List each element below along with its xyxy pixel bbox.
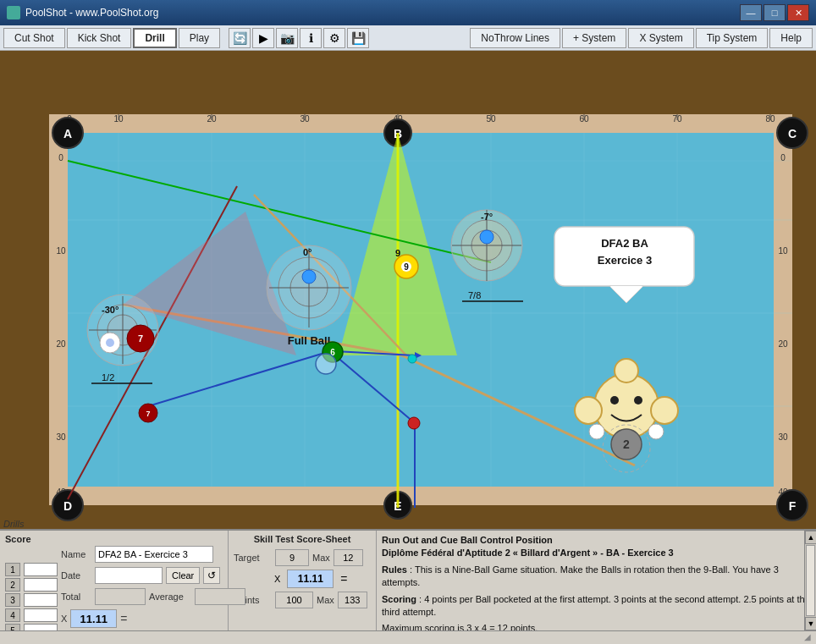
- skill-target-input[interactable]: [275, 549, 309, 566]
- svg-text:DFA2 BA: DFA2 BA: [601, 237, 648, 250]
- skill-max-input[interactable]: [334, 549, 363, 566]
- skill-points-input[interactable]: [275, 592, 313, 608]
- tip-system-button[interactable]: Tip System: [696, 28, 769, 48]
- icon-btn-1[interactable]: 🔄: [229, 28, 251, 48]
- eq-label: =: [120, 612, 127, 625]
- score-field-1[interactable]: [24, 563, 58, 576]
- svg-text:0: 0: [58, 153, 63, 162]
- svg-point-106: [408, 417, 420, 429]
- svg-text:7: 7: [138, 333, 143, 344]
- score-field-3[interactable]: [24, 593, 58, 607]
- score-row-3: 3: [5, 593, 20, 607]
- svg-rect-5: [774, 114, 792, 505]
- desc-subtitle: Diplôme Fédéral d'Aptitude 2 « Billard d…: [382, 548, 674, 558]
- maximize-button[interactable]: □: [764, 4, 786, 21]
- date-row: Date Clear ↺: [61, 567, 245, 584]
- skill-section: Skill Test Score-Sheet Target Max X = Po…: [229, 531, 377, 630]
- total-row: Total Average: [61, 588, 245, 605]
- score-field-2[interactable]: [24, 578, 58, 592]
- svg-point-86: [302, 270, 316, 283]
- icon-btn-3[interactable]: 📷: [276, 28, 298, 48]
- title-bar-controls: — □ ✕: [740, 4, 809, 21]
- svg-text:7: 7: [146, 410, 150, 418]
- svg-text:2: 2: [623, 438, 630, 451]
- status-bar: ◢: [0, 630, 816, 644]
- score-row-2: 2: [5, 578, 20, 592]
- pool-table[interactable]: 0 10 20 30 40 50 60 70 80 0 10 20 30 40 …: [0, 51, 816, 529]
- score-title: Score: [5, 534, 223, 544]
- x-row: X =: [61, 609, 245, 628]
- svg-text:80: 80: [765, 114, 775, 124]
- drill-button[interactable]: Drill: [133, 28, 176, 48]
- skill-eq-label: =: [340, 572, 347, 586]
- scroll-down-button[interactable]: ▼: [805, 617, 816, 630]
- table-svg: 0 10 20 30 40 50 60 70 80 0 10 20 30 40 …: [0, 51, 816, 529]
- icon-btn-5[interactable]: ⚙: [323, 28, 345, 48]
- skill-points-max-input[interactable]: [338, 592, 367, 608]
- svg-text:1/2: 1/2: [102, 372, 114, 383]
- resize-handle[interactable]: ◢: [804, 632, 816, 644]
- kick-shot-button[interactable]: Kick Shot: [67, 28, 132, 48]
- date-input[interactable]: [95, 567, 163, 584]
- svg-text:9: 9: [395, 248, 400, 258]
- avg-input[interactable]: [195, 588, 245, 605]
- icon-btn-6[interactable]: 💾: [347, 28, 369, 48]
- svg-text:30: 30: [300, 114, 310, 124]
- no-throw-lines-button[interactable]: NoThrow Lines: [470, 28, 560, 48]
- name-input[interactable]: [95, 546, 213, 563]
- plus-system-button[interactable]: + System: [562, 28, 626, 48]
- name-row: Name: [61, 546, 245, 563]
- svg-text:10: 10: [56, 246, 66, 256]
- clear-button[interactable]: Clear: [166, 567, 200, 584]
- scroll-thumb: [806, 545, 815, 616]
- svg-text:20: 20: [207, 114, 217, 124]
- x-value-input[interactable]: [70, 609, 117, 628]
- svg-point-117: [575, 397, 602, 424]
- icon-btn-4[interactable]: ℹ: [300, 28, 322, 48]
- drills-label: Drills: [3, 519, 24, 529]
- cut-shot-button[interactable]: Cut Shot: [3, 28, 65, 48]
- x-system-button[interactable]: X System: [628, 28, 693, 48]
- skill-points-max-label: Max: [317, 595, 334, 605]
- svg-text:-30°: -30°: [102, 305, 119, 315]
- svg-text:7/8: 7/8: [468, 290, 481, 300]
- svg-point-108: [316, 354, 336, 374]
- svg-point-116: [634, 396, 642, 405]
- svg-point-124: [648, 424, 664, 439]
- svg-text:0°: 0°: [303, 247, 312, 257]
- close-button[interactable]: ✕: [787, 4, 809, 21]
- skill-x-value[interactable]: [287, 570, 334, 588]
- svg-text:D: D: [63, 499, 72, 513]
- svg-rect-4: [49, 114, 68, 505]
- play-button[interactable]: Play: [179, 28, 220, 48]
- svg-text:60: 60: [579, 114, 589, 124]
- title-bar: PoolShot - www.PoolShot.org — □ ✕: [0, 0, 816, 25]
- toolbar: Cut Shot Kick Shot Drill Play 🔄 ▶ 📷 ℹ ⚙ …: [0, 25, 816, 51]
- total-input[interactable]: [95, 588, 146, 605]
- svg-text:-7°: -7°: [481, 212, 493, 222]
- svg-text:Full Ball: Full Ball: [288, 334, 331, 347]
- skill-x-row: X =: [234, 570, 371, 588]
- scroll-up-button[interactable]: ▲: [805, 531, 816, 544]
- svg-text:10: 10: [778, 246, 788, 256]
- svg-text:Exercice 3: Exercice 3: [598, 254, 652, 267]
- svg-text:A: A: [63, 127, 72, 140]
- svg-text:30: 30: [56, 432, 66, 442]
- refresh-icon[interactable]: ↺: [203, 567, 220, 584]
- minimize-button[interactable]: —: [740, 4, 762, 21]
- app-icon: [7, 6, 20, 19]
- icon-btn-2[interactable]: ▶: [252, 28, 274, 48]
- bottom-panel: Drills Score 1 2 3 4 5: [0, 529, 816, 630]
- score-row-4: 4: [5, 608, 20, 622]
- help-button[interactable]: Help: [769, 28, 813, 48]
- date-label: Date: [61, 570, 91, 581]
- skill-title: Skill Test Score-Sheet: [234, 534, 371, 544]
- desc-title: Run Out and Cue Ball Control Position: [382, 535, 553, 545]
- toolbar-right: NoThrow Lines + System X System Tip Syst…: [470, 28, 813, 48]
- score-field-4[interactable]: [24, 608, 58, 622]
- desc-rules-text: : This is a Nine-Ball Game situation. Ma…: [382, 564, 779, 587]
- desc-scrollbar: ▲ ▼: [804, 531, 816, 630]
- svg-text:C: C: [788, 127, 797, 140]
- app-title: PoolShot - www.PoolShot.org: [25, 7, 158, 19]
- svg-point-115: [610, 396, 619, 405]
